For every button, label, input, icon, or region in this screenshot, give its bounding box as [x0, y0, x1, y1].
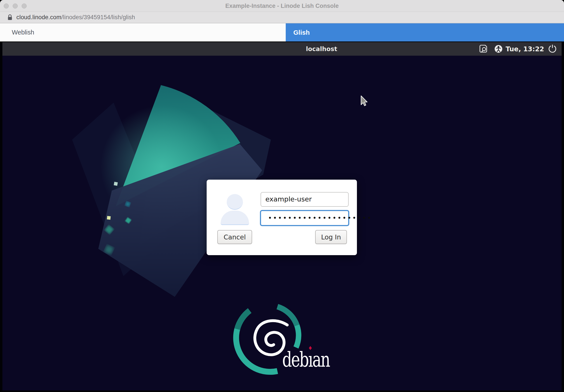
mouse-cursor	[360, 95, 368, 107]
wordmark-right: an	[312, 348, 330, 371]
power-icon[interactable]	[548, 44, 557, 54]
url-host: cloud.linode.com	[16, 14, 61, 21]
glish-screen: localhost Tue, 13:22	[0, 42, 564, 392]
login-dialog: ••••••••••••••••••••• Cancel Log In	[207, 180, 357, 255]
tab-glish-label: Glish	[293, 29, 310, 36]
url-text[interactable]: cloud.linode.com/linodes/39459154/lish/g…	[16, 14, 135, 21]
status-area: Tue, 13:22	[479, 42, 557, 56]
log-in-button[interactable]: Log In	[315, 230, 347, 244]
close-window-button[interactable]	[4, 3, 9, 9]
lock-icon	[7, 14, 13, 21]
minimize-window-button[interactable]	[13, 3, 18, 9]
screen-magnifier-icon[interactable]	[479, 44, 488, 54]
avatar-torso	[221, 211, 249, 225]
gnome-top-bar: localhost Tue, 13:22	[2, 42, 562, 56]
password-masked-text: •••••••••••••••••••••	[268, 215, 372, 221]
browser-window: Example-Instance - Linode Lish Console c…	[0, 0, 564, 392]
accessibility-icon[interactable]	[494, 44, 503, 53]
password-input[interactable]: •••••••••••••••••••••	[260, 210, 349, 226]
wordmark-left: deb	[282, 348, 308, 371]
hostname-label: localhost	[306, 45, 337, 53]
wordmark-i: ı	[308, 348, 312, 371]
traffic-lights	[4, 3, 27, 9]
debian-logo	[221, 293, 343, 391]
console-tab-bar: Weblish Glish	[0, 23, 564, 41]
tab-weblish-label: Weblish	[12, 29, 34, 36]
tab-glish[interactable]: Glish	[286, 23, 564, 41]
browser-url-bar: cloud.linode.com/linodes/39459154/lish/g…	[0, 12, 564, 23]
debian-wordmark: debıan	[282, 350, 330, 370]
cancel-button[interactable]: Cancel	[217, 230, 252, 244]
zoom-window-button[interactable]	[22, 3, 27, 9]
window-titlebar: Example-Instance - Linode Lish Console	[0, 0, 564, 12]
avatar-head	[227, 194, 243, 210]
url-path: /linodes/39459154/lish/glish	[61, 14, 135, 21]
tab-weblish[interactable]: Weblish	[0, 23, 286, 41]
user-avatar-icon	[221, 194, 249, 225]
remote-framebuffer[interactable]: localhost Tue, 13:22	[2, 42, 562, 391]
clock-label[interactable]: Tue, 13:22	[506, 45, 544, 53]
username-input[interactable]	[261, 192, 349, 207]
window-title: Example-Instance - Linode Lish Console	[0, 0, 564, 12]
